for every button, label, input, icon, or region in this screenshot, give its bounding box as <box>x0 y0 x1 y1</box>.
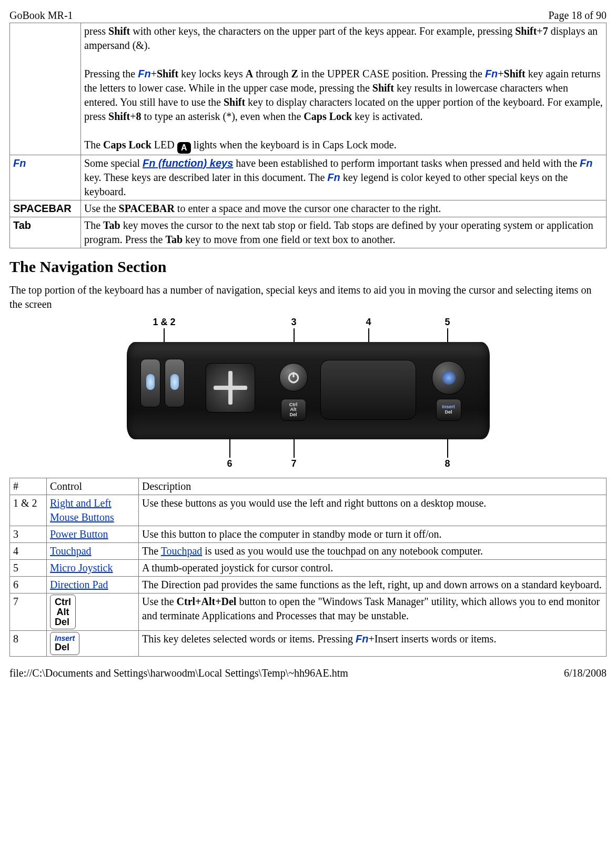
footer-left: file://C:\Documents and Settings\harwood… <box>9 667 348 679</box>
ctrl-alt-del-keycap-icon: Ctrl Alt Del <box>50 595 76 630</box>
table-header-row: # Control Description <box>10 478 607 495</box>
callout-8: 8 <box>445 458 450 469</box>
table-row: SPACEBAR Use the SPACEBAR to enter a spa… <box>10 200 607 217</box>
table-row: 7 Ctrl Alt Del Use the Ctrl+Alt+Del butt… <box>10 593 607 631</box>
insert-del-keycap-icon: Insert Del <box>50 632 79 655</box>
callout-1-2: 1 & 2 <box>153 317 176 328</box>
table-row: 6 Direction Pad The Direction pad provid… <box>10 576 607 593</box>
col-desc: Description <box>139 478 607 495</box>
table-row: 4 Touchpad The Touchpad is used as you w… <box>10 542 607 559</box>
nav-section-intro: The top portion of the keyboard has a nu… <box>9 283 607 311</box>
key-cell-fn: Fn <box>10 155 81 200</box>
micro-joystick-icon <box>432 361 466 395</box>
col-num: # <box>10 478 47 495</box>
table-row: 8 Insert Del This key deletes selected w… <box>10 631 607 657</box>
power-button-icon <box>279 363 308 391</box>
table-row: Fn Some special Fn (function) keys have … <box>10 155 607 200</box>
link-direction-pad[interactable]: Direction Pad <box>50 579 108 590</box>
left-mouse-button-icon <box>140 359 160 407</box>
link-power-button[interactable]: Power Button <box>50 528 108 540</box>
link-mouse-buttons[interactable]: Right and Left Mouse Buttons <box>50 497 114 523</box>
table-row: Tab The Tab key moves the cursor to the … <box>10 217 607 248</box>
fn-keys-link[interactable]: Fn (function) keys <box>143 157 233 169</box>
key-cell-tab: Tab <box>10 217 81 248</box>
key-cell-spacebar: SPACEBAR <box>10 200 81 217</box>
link-touchpad[interactable]: Touchpad <box>50 545 92 557</box>
callout-4: 4 <box>366 317 371 328</box>
key-table: press Shift with other keys, the charact… <box>9 23 607 248</box>
table-row: 1 & 2 Right and Left Mouse Buttons Use t… <box>10 495 607 526</box>
link-micro-joystick[interactable]: Micro Joystick <box>50 562 113 574</box>
insert-del-key-icon: InsertDel <box>436 399 461 421</box>
callout-7: 7 <box>291 458 297 469</box>
link-touchpad-inline[interactable]: Touchpad <box>161 545 203 557</box>
right-mouse-button-icon <box>165 359 185 407</box>
key-desc-shift: press Shift with other keys, the charact… <box>81 23 607 155</box>
callout-6: 6 <box>227 458 233 469</box>
header-left: GoBook MR-1 <box>9 9 73 22</box>
nav-section-heading: The Navigation Section <box>9 258 607 276</box>
key-desc-tab: The Tab key moves the cursor to the next… <box>81 217 607 248</box>
key-cell-shift <box>10 23 81 155</box>
table-row: press Shift with other keys, the charact… <box>10 23 607 155</box>
table-row: 3 Power Button Use this button to place … <box>10 526 607 542</box>
col-control: Control <box>47 478 139 495</box>
caps-lock-icon: A <box>177 142 191 154</box>
ctrl-alt-del-key-icon: CtrlAltDel <box>281 399 306 421</box>
key-desc-fn: Some special Fn (function) keys have bee… <box>81 155 607 200</box>
touchpad-icon <box>320 360 416 420</box>
key-desc-spacebar: Use the SPACEBAR to enter a space and mo… <box>81 200 607 217</box>
callout-3: 3 <box>291 317 297 328</box>
device-body: CtrlAltDel InsertDel <box>127 342 490 439</box>
navigation-diagram: 1 & 2 3 4 5 CtrlAltDel InsertDel 6 7 <box>9 317 607 469</box>
footer-right: 6/18/2008 <box>564 667 607 679</box>
table-row: 5 Micro Joystick A thumb-operated joysti… <box>10 559 607 576</box>
direction-pad-icon <box>206 363 255 413</box>
page-header: GoBook MR-1 Page 18 of 90 <box>9 9 607 22</box>
page-footer: file://C:\Documents and Settings\harwood… <box>9 667 607 679</box>
callout-5: 5 <box>445 317 450 328</box>
navigation-table: # Control Description 1 & 2 Right and Le… <box>9 478 607 657</box>
header-right: Page 18 of 90 <box>548 9 607 22</box>
